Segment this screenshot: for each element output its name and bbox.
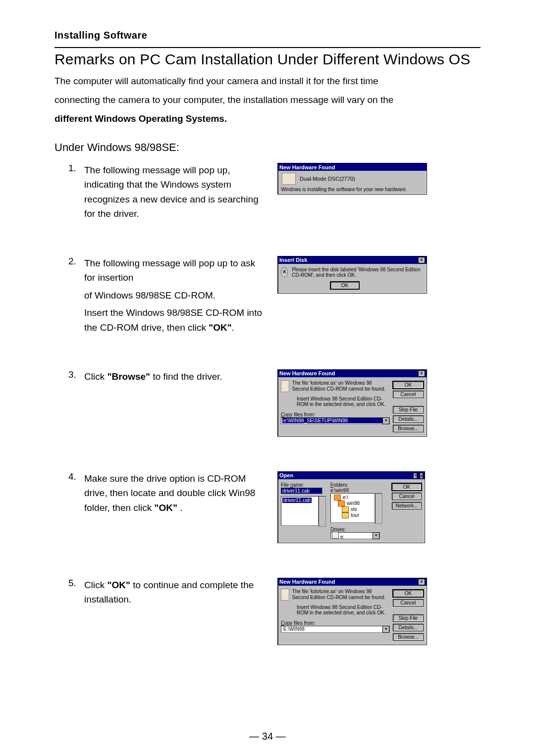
skip-file-button[interactable]: Skip File xyxy=(393,406,424,413)
dialog-new-hardware-found-3: New Hardware Found x The file 'kstvtune.… xyxy=(277,578,427,645)
dialog-title: Open xyxy=(279,472,293,478)
drive-icon xyxy=(332,532,339,539)
intro-paragraph: The computer will automatically find you… xyxy=(54,72,481,128)
step-number: 1. xyxy=(54,163,84,174)
step-sub1: of Windows 98/98SE CD-ROM. xyxy=(84,288,268,302)
dialog-title: New Hardware Found xyxy=(279,579,335,585)
copy-from-label: opy files from: xyxy=(284,412,315,417)
step-sub2-post: . xyxy=(232,322,234,333)
ok-button[interactable]: OK xyxy=(392,483,422,491)
folder-tree[interactable]: e:\ win98 ols tour xyxy=(330,493,375,523)
dropdown-arrow-icon[interactable]: ▾ xyxy=(382,626,389,633)
dialog-open: Open ? x File name: driver11.cab xyxy=(277,471,425,543)
ok-button[interactable]: OK xyxy=(330,282,359,289)
ok-button[interactable]: OK xyxy=(393,381,424,389)
dialog-message: The file 'kstvtune.ax' on Windows 98 Sec… xyxy=(292,589,390,601)
dropdown-arrow-icon[interactable]: ▾ xyxy=(373,532,379,539)
details-button[interactable]: Details... xyxy=(393,624,424,631)
intro-line2: connecting the camera to your computer, … xyxy=(54,95,393,105)
copy-from-path: E:\WIN98 xyxy=(282,626,382,632)
cancel-button[interactable]: Cancel xyxy=(393,599,424,606)
step-5: 5. Click "OK" to continue and complete t… xyxy=(54,578,481,645)
browse-button[interactable]: Browse... xyxy=(393,425,424,432)
step-pre: Click xyxy=(84,580,107,590)
step-sub2-bold: "OK" xyxy=(209,322,232,333)
help-button[interactable]: ? xyxy=(413,473,417,479)
dialog-titlebar[interactable]: New Hardware Found x xyxy=(278,578,427,586)
folder-icon xyxy=(342,506,349,512)
dialog-insert-disk: Insert Disk x × Please insert the disk l… xyxy=(277,256,427,294)
folder-icon xyxy=(342,512,349,518)
copy-from-dropdown[interactable]: e:\WIN98_SE\SETUP\WIN98 ▾ xyxy=(281,417,390,424)
folder-open-icon xyxy=(334,495,341,501)
dialog-titlebar[interactable]: Open ? x xyxy=(278,472,425,479)
step-bold: "OK" xyxy=(107,580,130,590)
scrollbar[interactable] xyxy=(319,496,326,527)
step-post: . xyxy=(177,503,183,513)
intro-line3: different Windows Operating Systems. xyxy=(54,113,227,124)
step-3: 3. Click "Browse" to find the driver. Ne… xyxy=(54,369,481,437)
folders-path: e:\win98 xyxy=(330,488,392,493)
dialog-status: Windows is installing the software for y… xyxy=(278,186,427,194)
step-post: to find the driver. xyxy=(150,371,222,382)
close-button[interactable]: x xyxy=(420,473,423,479)
close-button[interactable]: x xyxy=(418,257,425,263)
network-button[interactable]: Network... xyxy=(392,502,422,509)
dialog-hint: Insert Windows 98 Second Edition CD-ROM … xyxy=(297,605,390,615)
page-number: — 34 — xyxy=(0,731,535,742)
cancel-button[interactable]: Cancel xyxy=(393,391,424,398)
folder-ols[interactable]: ols xyxy=(342,506,374,512)
cancel-button[interactable]: Cancel xyxy=(392,493,422,500)
dialog-message: The file 'kstvtune.ax' on Windows 98 Sec… xyxy=(292,380,390,392)
browse-button[interactable]: Browse... xyxy=(393,633,424,641)
step-2: 2. The following message will pop up to … xyxy=(54,256,481,335)
step-text-main: The following message will pop up to ask… xyxy=(84,258,255,283)
device-name: Dual-Mode DSC(2770) xyxy=(300,176,355,182)
section-label: Installing Software xyxy=(54,30,481,41)
step-4: 4. Make sure the drive option is CD-ROM … xyxy=(54,471,481,543)
folder-label: win98 xyxy=(347,501,360,506)
step-number: 4. xyxy=(54,471,84,482)
hardware-icon xyxy=(282,173,296,185)
copy-from-label: opy files from: xyxy=(284,620,315,626)
step-text: Click "Browse" to find the driver. xyxy=(84,369,268,384)
file-name-input[interactable]: driver11.cab xyxy=(281,488,322,494)
dialog-titlebar[interactable]: Insert Disk x xyxy=(278,256,427,264)
intro-line1: The computer will automatically find you… xyxy=(54,76,378,86)
dialog-title: New Hardware Found xyxy=(279,164,335,170)
divider xyxy=(54,47,481,48)
dialog-hint: Insert Windows 98 Second Edition CD-ROM … xyxy=(297,396,390,407)
step-text: Make sure the drive option is CD-ROM dri… xyxy=(84,471,268,515)
step-number: 5. xyxy=(54,578,84,589)
subheading: Under Windows 98/98SE: xyxy=(54,141,481,154)
copy-from-dropdown[interactable]: E:\WIN98 ▾ xyxy=(281,626,390,633)
step-text: Click "OK" to continue and complete the … xyxy=(84,578,268,607)
scrollbar[interactable] xyxy=(375,493,382,524)
folder-label: tour xyxy=(351,512,359,518)
file-list[interactable]: driver11.cab xyxy=(281,496,319,526)
ok-button[interactable]: OK xyxy=(393,590,424,597)
close-button[interactable]: x xyxy=(418,579,425,585)
step-1: 1. The following message will pop up, in… xyxy=(54,163,481,221)
details-button[interactable]: Details... xyxy=(393,415,424,423)
dialog-titlebar[interactable]: New Hardware Found xyxy=(278,163,427,171)
copy-from-path: e:\WIN98_SE\SETUP\WIN98 xyxy=(282,418,382,423)
drives-dropdown[interactable]: e: ▾ xyxy=(330,532,380,539)
step-text: The following message will pop up to ask… xyxy=(84,256,268,335)
dialog-message: Please insert the disk labeled 'Windows … xyxy=(292,267,424,278)
step-text: The following message will pop up, indic… xyxy=(84,163,268,221)
error-icon: × xyxy=(281,267,288,277)
dialog-new-hardware-found-2: New Hardware Found x The file 'kstvtune.… xyxy=(277,369,427,437)
step-sub2-pre: Insert the Windows 98/98SE CD-ROM into t… xyxy=(84,307,262,332)
skip-file-button[interactable]: Skip File xyxy=(393,614,424,622)
step-number: 2. xyxy=(54,256,84,267)
file-list-item[interactable]: driver11.cab xyxy=(282,498,312,503)
folder-tour[interactable]: tour xyxy=(342,512,374,518)
dialog-titlebar[interactable]: New Hardware Found x xyxy=(278,370,427,377)
dropdown-arrow-icon[interactable]: ▾ xyxy=(382,417,389,424)
folder-win98[interactable]: win98 xyxy=(338,501,374,506)
folder-root[interactable]: e:\ xyxy=(334,495,374,501)
close-button[interactable]: x xyxy=(418,370,425,377)
folder-label: ols xyxy=(351,506,357,512)
folder-open-icon xyxy=(338,501,345,506)
